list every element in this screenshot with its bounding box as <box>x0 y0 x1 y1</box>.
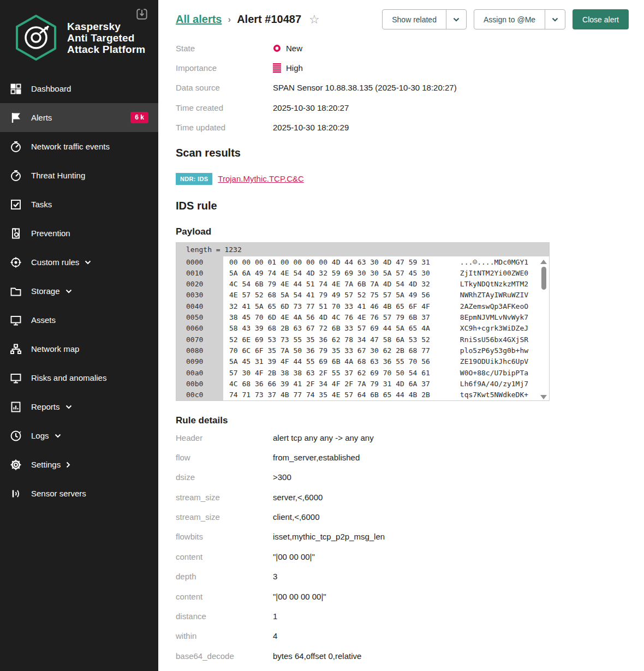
header-actions: Show related Assign to @Me Close alert <box>382 9 629 29</box>
close-alert-button[interactable]: Close alert <box>573 9 629 29</box>
main-content: All alerts › Alert #10487 ☆ Show related… <box>158 0 644 671</box>
prevention-icon <box>9 227 22 240</box>
hex-scrollbar[interactable] <box>540 260 547 399</box>
alert-detail-row: Importance High <box>176 58 644 77</box>
sidebar-nav-item[interactable]: Network traffic events <box>0 132 158 161</box>
rule-details-heading: Rule details <box>176 415 644 426</box>
rule-detail-row: content "|00 00 00|" <box>176 547 644 566</box>
collapse-panel-icon[interactable] <box>135 7 149 21</box>
hex-offset: 00c0 <box>176 390 223 400</box>
hex-row: 00b0 4C 68 36 66 39 41 2F 34 4F 2F 7A 79… <box>176 378 549 389</box>
hex-bytes: 5A 45 31 39 4F 44 55 69 6B 4A 68 63 36 5… <box>223 357 430 366</box>
show-related-button[interactable]: Show related <box>382 9 467 29</box>
hex-offset: 0000 <box>176 256 223 267</box>
favorite-star-icon[interactable]: ☆ <box>309 14 320 26</box>
sidebar-nav-item[interactable]: Risks and anomalies <box>0 363 158 392</box>
sidebar-item-label: Prevention <box>31 229 70 238</box>
hex-row: 0030 4E 57 52 68 5A 54 41 79 49 57 52 75… <box>176 290 549 301</box>
hex-bytes: 00 00 00 01 00 00 00 00 4D 44 63 30 4D 4… <box>223 258 430 266</box>
sidebar-item-label: Storage <box>31 286 60 296</box>
breadcrumb-all-alerts-link[interactable]: All alerts <box>176 13 222 26</box>
kaspersky-logo-icon <box>14 14 58 61</box>
hex-bytes: 74 71 73 37 4B 77 74 35 4E 57 64 6B 65 4… <box>223 391 430 399</box>
scan-result-item: NDR: IDS Trojan.Mythic.TCP.C&C <box>176 173 644 185</box>
payload-hex-viewer: length = 1232 0000 00 00 00 01 00 00 00 … <box>176 242 550 401</box>
sensor-servers-icon <box>9 487 22 500</box>
breadcrumb-separator: › <box>228 14 231 25</box>
sidebar-nav-item[interactable]: Prevention <box>0 219 158 248</box>
sidebar-nav-item[interactable]: Tasks <box>0 190 158 219</box>
sidebar-nav-item[interactable]: Alerts 6 k <box>0 103 158 132</box>
hex-row: 0050 38 45 70 6D 4E 4A 56 4D 4C 76 4E 76… <box>176 311 549 322</box>
sidebar-item-label: Sensor servers <box>31 489 86 498</box>
hex-row: 0090 5A 45 31 39 4F 44 55 69 6B 4A 68 63… <box>176 356 549 367</box>
hex-row: 00a0 57 30 4F 2B 38 38 63 2F 55 37 62 69… <box>176 367 549 378</box>
sidebar-item-label: Alerts <box>31 113 52 122</box>
sidebar-nav-item[interactable]: Logs <box>0 421 158 450</box>
hex-row: 0040 32 41 5A 65 6D 73 77 51 70 33 41 46… <box>176 301 549 311</box>
hex-offset: 0030 <box>176 290 223 301</box>
hex-bytes: 58 43 39 68 2B 63 67 72 6B 33 57 69 44 5… <box>223 324 430 332</box>
scan-results-heading: Scan results <box>176 147 644 159</box>
sidebar-nav-item[interactable]: Sensor servers <box>0 479 158 508</box>
sidebar-nav-item[interactable]: Network map <box>0 334 158 363</box>
sidebar-nav-item[interactable]: Settings <box>0 450 158 479</box>
sidebar-nav-item[interactable]: Dashboard <box>0 74 158 103</box>
sidebar-item-label: Custom rules <box>31 257 79 267</box>
scroll-up-icon[interactable] <box>540 260 547 264</box>
rule-detail-row: dsize >300 <box>176 468 644 487</box>
hex-ascii: LTkyNDQtNzkzMTM2 <box>430 280 528 288</box>
hex-offset: 0020 <box>176 279 223 290</box>
chevron-icon <box>66 462 70 468</box>
hex-bytes: 32 41 5A 65 6D 73 77 51 70 33 41 46 4B 6… <box>223 302 430 310</box>
sidebar-nav-item[interactable]: Reports <box>0 392 158 421</box>
sidebar-item-label: Assets <box>31 315 56 325</box>
sidebar-nav-item[interactable]: Threat Hunting <box>0 161 158 190</box>
sidebar-item-label: Reports <box>31 402 60 411</box>
sidebar: Kaspersky Anti Targeted Attack Platform … <box>0 0 158 671</box>
sidebar-item-label: Risks and anomalies <box>31 373 106 382</box>
hex-row: 0000 00 00 00 01 00 00 00 00 4D 44 63 30… <box>176 256 549 267</box>
sidebar-item-label: Settings <box>31 460 61 469</box>
hex-offset: 0010 <box>176 267 223 278</box>
chevron-icon <box>65 289 72 293</box>
hex-row: 0080 70 6C 6F 35 7A 50 36 79 35 33 67 30… <box>176 345 549 356</box>
sidebar-nav: Dashboard Alerts 6 k Network traffic eve… <box>0 74 158 508</box>
hex-bytes: 4E 57 52 68 5A 54 41 79 49 57 52 75 57 5… <box>223 291 430 299</box>
storage-icon <box>9 285 22 298</box>
hex-row: 0070 52 6E 69 53 73 55 35 36 62 78 34 47… <box>176 334 549 345</box>
hex-ascii: ZE19ODUikJhc6UpV <box>430 357 528 366</box>
payload-heading: Payload <box>176 226 644 237</box>
ndr-ids-badge: NDR: IDS <box>176 173 212 185</box>
hex-bytes: 5A 6A 49 74 4E 54 4D 32 59 69 30 30 5A 5… <box>223 269 430 277</box>
hex-ascii: 8EpmNJVMLvNvWyk7 <box>430 313 528 321</box>
alerts-count-badge: 6 k <box>130 112 148 123</box>
sidebar-nav-item[interactable]: Custom rules <box>0 248 158 277</box>
hex-bytes: 52 6E 69 53 73 55 35 36 62 78 34 47 58 6… <box>223 336 430 344</box>
sidebar-nav-item[interactable]: Storage <box>0 277 158 305</box>
sidebar-item-label: Tasks <box>31 200 52 209</box>
assign-dropdown-icon[interactable] <box>545 10 565 29</box>
show-related-dropdown-icon[interactable] <box>446 10 466 29</box>
hex-bytes: 57 30 4F 2B 38 38 63 2F 55 37 62 69 70 5… <box>223 369 430 377</box>
hex-ascii: Lh6f9A/4O/zy1Mj7 <box>430 380 528 388</box>
alerts-flag-icon <box>9 111 22 124</box>
hex-ascii: tqs7Kwt5NWdkeDK+ <box>430 391 528 399</box>
rule-detail-row: distance 1 <box>176 606 644 626</box>
scrollbar-thumb[interactable] <box>541 267 546 290</box>
state-new-icon <box>273 44 281 52</box>
hex-offset: 00a0 <box>176 367 223 378</box>
hex-row: 00c0 74 71 73 37 4B 77 74 35 4E 57 64 6B… <box>176 390 549 400</box>
breadcrumb: All alerts › Alert #10487 ☆ <box>176 13 320 26</box>
assign-to-me-button[interactable]: Assign to @Me <box>474 9 565 29</box>
sidebar-nav-item[interactable]: Assets <box>0 305 158 334</box>
reports-icon <box>9 400 22 414</box>
scroll-down-icon[interactable] <box>540 395 547 399</box>
importance-high-icon <box>273 63 281 73</box>
alert-details: State New Importance High Data source SP… <box>176 38 644 137</box>
chevron-icon <box>55 434 61 438</box>
hex-row: 0010 5A 6A 49 74 4E 54 4D 32 59 69 30 30… <box>176 267 549 278</box>
rule-detail-row: content "|00 00 00 00|" <box>176 586 644 606</box>
hex-offset: 0060 <box>176 323 223 334</box>
threat-name-link[interactable]: Trojan.Mythic.TCP.C&C <box>218 174 304 183</box>
